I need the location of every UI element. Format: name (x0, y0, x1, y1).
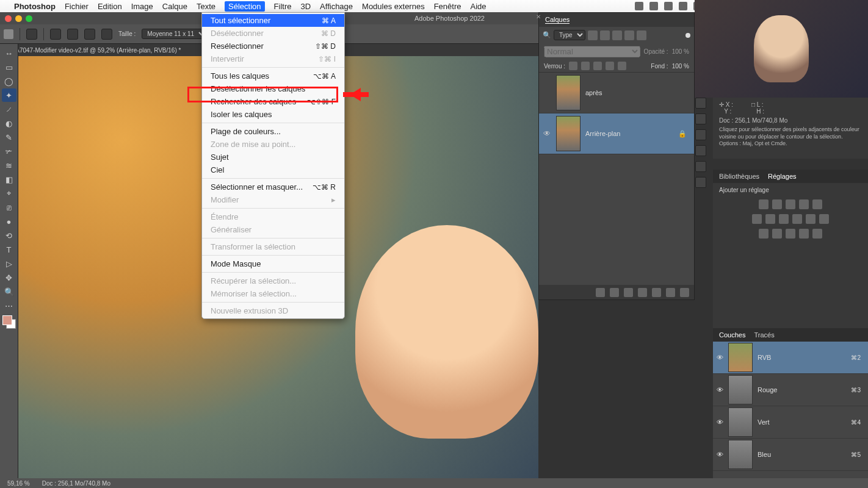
channel-row[interactable]: 👁Bleu⌘5 (713, 439, 868, 471)
filter-icon[interactable] (637, 30, 646, 40)
tool-button[interactable]: ▷ (2, 257, 16, 270)
tool-button[interactable]: ≋ (2, 159, 16, 172)
group-icon[interactable] (652, 288, 661, 297)
zoom-level[interactable]: 59,16 % (7, 480, 30, 487)
opt-icon[interactable] (67, 29, 78, 40)
panel-icon[interactable] (695, 113, 706, 124)
adj-icon[interactable] (772, 199, 782, 209)
adj-icon[interactable] (806, 214, 816, 224)
adj-icon[interactable] (812, 229, 822, 239)
menu-item[interactable]: Sélectionner et masquer...⌥⌘ R (202, 181, 344, 193)
tool-button[interactable]: ⌖ (2, 187, 16, 200)
opt-icon[interactable] (84, 29, 95, 40)
menu-aide[interactable]: Aide (470, 2, 486, 11)
tool-button[interactable]: ◯ (2, 74, 16, 88)
color-swatch[interactable] (2, 315, 16, 329)
menu-item[interactable]: Isoler les calques (202, 108, 344, 121)
tool-button[interactable]: ✃ (2, 145, 16, 158)
adj-icon[interactable] (752, 214, 762, 224)
tool-button[interactable]: ↔ (2, 46, 16, 60)
channel-row[interactable]: 👁Rouge⌘3 (713, 374, 868, 406)
layer-thumb[interactable] (556, 75, 580, 110)
close-traffic-light[interactable] (5, 15, 12, 22)
tool-button[interactable]: ✥ (2, 271, 16, 284)
tool-button[interactable]: ⎚ (2, 201, 16, 214)
adj-icon[interactable] (759, 199, 769, 209)
tool-button[interactable]: ✎ (2, 131, 16, 144)
menu-item[interactable]: Rechercher des calques⌥⇧⌘ F (202, 95, 344, 108)
channel-row[interactable]: 👁Vert⌘4 (713, 406, 868, 439)
visibility-icon[interactable]: 👁 (717, 418, 723, 426)
libraries-tab[interactable]: Bibliothèques (719, 173, 759, 180)
zoom-traffic-light[interactable] (26, 15, 32, 22)
filter-icon[interactable] (624, 30, 634, 40)
filter-icon[interactable] (612, 30, 622, 40)
tray-icon[interactable] (664, 2, 673, 10)
adj-icon[interactable] (779, 214, 789, 224)
menu-affichage[interactable]: Affichage (320, 2, 353, 11)
adj-icon[interactable] (799, 199, 809, 209)
tray-icon[interactable] (649, 2, 658, 10)
menu-3d[interactable]: 3D (300, 2, 311, 11)
tool-button[interactable]: ⟋ (2, 102, 16, 116)
adjustment-icon[interactable] (638, 288, 647, 297)
paths-tab[interactable]: Tracés (754, 331, 774, 339)
tool-preset-icon[interactable] (26, 29, 37, 40)
blend-mode-select[interactable]: Normal (544, 46, 640, 57)
adj-icon[interactable] (819, 214, 829, 224)
filter-icon[interactable] (588, 30, 598, 40)
lock-icon[interactable] (581, 62, 590, 70)
menu-modules[interactable]: Modules externes (362, 2, 425, 11)
fx-icon[interactable] (610, 288, 619, 297)
layer-filter-select[interactable]: Type (554, 30, 585, 40)
panel-icon[interactable] (695, 98, 706, 109)
visibility-icon[interactable]: 👁 (717, 354, 723, 361)
tool-button[interactable]: ▭ (2, 60, 16, 74)
sample-size-select[interactable]: Moyenne 11 x 11 (142, 29, 207, 39)
menu-fenetre[interactable]: Fenêtre (434, 2, 461, 11)
tool-button[interactable]: ◐ (2, 117, 16, 130)
tool-button[interactable]: ⋯ (2, 299, 16, 312)
menu-selection[interactable]: Sélection (225, 1, 264, 12)
tool-button[interactable]: ● (2, 215, 16, 228)
adj-icon[interactable] (812, 199, 822, 209)
minimize-traffic-light[interactable] (15, 15, 22, 22)
lock-icon[interactable] (593, 62, 602, 70)
adj-icon[interactable] (799, 229, 809, 239)
layer-row[interactable]: 👁Arrière-plan🔒 (539, 113, 694, 154)
tool-button[interactable]: ✦ (2, 88, 16, 102)
menu-edition[interactable]: Edition (98, 2, 122, 11)
tray-icon[interactable] (635, 2, 643, 10)
tray-icon[interactable] (679, 2, 687, 10)
panel-icon[interactable] (695, 145, 706, 156)
app-name[interactable]: Photoshop (14, 2, 56, 11)
panel-icon[interactable] (695, 161, 706, 172)
menu-item[interactable]: Mode Masque (202, 257, 344, 270)
panel-icon[interactable] (695, 129, 706, 140)
layer-thumb[interactable] (556, 116, 580, 151)
tool-button[interactable]: ⟲ (2, 229, 16, 242)
menu-item[interactable]: Tout sélectionner⌘ A (202, 14, 344, 27)
adj-icon[interactable] (786, 199, 795, 209)
visibility-icon[interactable]: 👁 (717, 451, 723, 458)
menu-calque[interactable]: Calque (162, 2, 187, 11)
panel-icon[interactable] (695, 177, 706, 188)
lock-icon[interactable] (569, 62, 577, 70)
visibility-icon[interactable]: 👁 (543, 129, 551, 138)
channel-row[interactable]: 👁RVB⌘2 (713, 342, 868, 374)
adjustments-tab[interactable]: Réglages (768, 173, 796, 180)
mask-icon[interactable] (624, 288, 633, 297)
layer-row[interactable]: après (539, 73, 694, 113)
layers-tab[interactable]: Calques (545, 16, 570, 24)
link-icon[interactable] (596, 288, 605, 297)
menu-fichier[interactable]: Fichier (65, 2, 89, 11)
menu-item[interactable]: Tous les calques⌥⌘ A (202, 70, 344, 82)
menu-texte[interactable]: Texte (197, 2, 215, 11)
adj-icon[interactable] (772, 229, 782, 239)
menu-filtre[interactable]: Filtre (274, 2, 292, 11)
tool-button[interactable]: 🔍 (2, 285, 16, 298)
adj-icon[interactable] (792, 214, 802, 224)
trash-icon[interactable] (680, 288, 689, 297)
lock-icon[interactable] (606, 62, 614, 70)
menu-item[interactable]: Resélectionner⇧⌘ D (202, 40, 344, 52)
